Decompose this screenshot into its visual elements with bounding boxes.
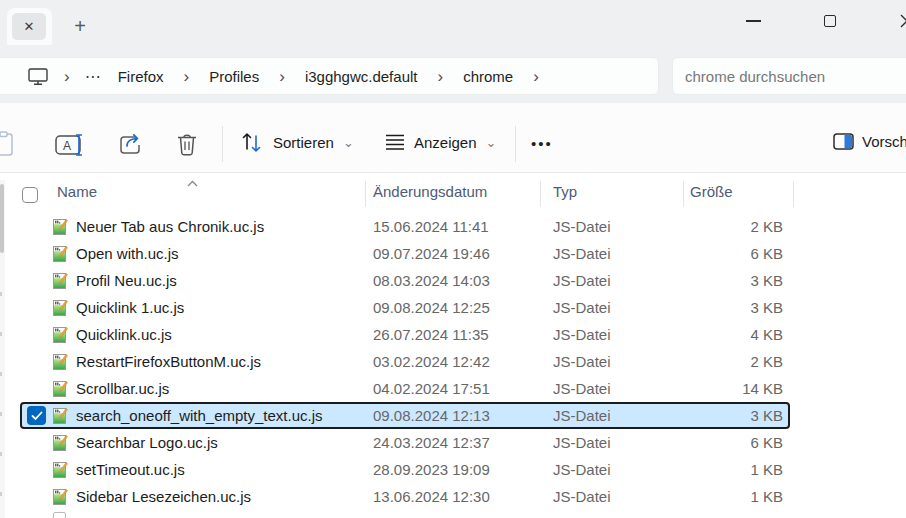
select-all-checkbox[interactable] bbox=[22, 187, 38, 203]
preview-toggle[interactable]: Vorschau bbox=[833, 133, 906, 150]
column-divider[interactable] bbox=[793, 181, 794, 207]
file-size-cell: 1 KB bbox=[750, 456, 783, 483]
breadcrumb-item[interactable]: Profiles bbox=[198, 68, 270, 85]
sort-arrows-icon bbox=[240, 130, 264, 155]
preview-label: Vorschau bbox=[862, 133, 906, 150]
cropped-nav-item bbox=[0, 492, 2, 496]
search-box[interactable] bbox=[672, 57, 906, 95]
file-row[interactable]: Profil Neu.uc.js 08.03.2024 14:03 JS-Dat… bbox=[0, 267, 906, 294]
file-type-cell: JS-Datei bbox=[553, 267, 611, 294]
file-row[interactable]: Scrollbar.uc.js 04.02.2024 17:51 JS-Date… bbox=[0, 375, 906, 402]
js-file-icon bbox=[52, 300, 68, 316]
chevron-down-icon: ⌄ bbox=[486, 135, 497, 150]
plus-icon: + bbox=[74, 15, 86, 38]
file-row[interactable]: Open with.uc.js 09.07.2024 19:46 JS-Date… bbox=[0, 240, 906, 267]
file-name-cell: Sidebar Lesezeichen.uc.js bbox=[52, 483, 251, 510]
delete-button[interactable] bbox=[175, 132, 199, 157]
explorer-tab[interactable]: ✕ bbox=[7, 8, 52, 45]
chevron-right-icon: › bbox=[428, 68, 452, 85]
file-list: Neuer Tab aus Chronik.uc.js 15.06.2024 1… bbox=[0, 213, 906, 510]
js-file-icon bbox=[52, 354, 68, 370]
file-size-cell: 1 KB bbox=[750, 483, 783, 510]
column-header-row: Name Änderungsdatum Typ Größe bbox=[0, 172, 906, 213]
file-date-cell: 09.08.2024 12:13 bbox=[373, 402, 490, 429]
cropped-nav-item bbox=[0, 412, 2, 416]
cropped-nav-item bbox=[0, 452, 2, 456]
file-row[interactable]: RestartFirefoxButtonM.uc.js 03.02.2024 1… bbox=[0, 348, 906, 375]
row-checkbox[interactable] bbox=[27, 406, 46, 425]
sort-button[interactable]: Sortieren ⌄ bbox=[240, 130, 354, 155]
file-type-cell: JS-Datei bbox=[553, 483, 611, 510]
svg-text:A: A bbox=[63, 139, 71, 153]
js-file-icon bbox=[52, 462, 68, 478]
breadcrumb-item[interactable]: chrome bbox=[452, 68, 524, 85]
new-tab-button[interactable]: + bbox=[66, 12, 94, 40]
file-name-cell: Quicklink.uc.js bbox=[52, 321, 172, 348]
file-date-cell: 13.06.2024 12:30 bbox=[373, 483, 490, 510]
column-divider[interactable] bbox=[365, 181, 366, 207]
file-date-cell: 04.02.2024 17:51 bbox=[373, 375, 490, 402]
scrollbar-thumb[interactable] bbox=[0, 184, 4, 253]
js-file-icon bbox=[52, 327, 68, 343]
this-pc-icon bbox=[27, 67, 49, 86]
file-name-cell: Quicklink 1.uc.js bbox=[52, 294, 184, 321]
sort-label: Sortieren bbox=[273, 134, 334, 151]
more-options-button[interactable]: ••• bbox=[531, 135, 553, 152]
js-file-icon bbox=[52, 246, 68, 262]
nav-pane-scrollbar[interactable] bbox=[0, 180, 5, 518]
file-row[interactable]: setTimeout.uc.js 28.09.2023 19:09 JS-Dat… bbox=[0, 456, 906, 483]
file-row[interactable]: search_oneoff_with_empty_text.uc.js 09.0… bbox=[0, 402, 906, 429]
file-size-cell: 14 KB bbox=[742, 375, 783, 402]
file-name-cell: Scrollbar.uc.js bbox=[52, 375, 169, 402]
maximize-button[interactable] bbox=[824, 15, 836, 27]
breadcrumb-item[interactable]: i3gghgwc.default bbox=[294, 68, 429, 85]
js-file-icon bbox=[52, 489, 68, 505]
view-button[interactable]: Anzeigen ⌄ bbox=[385, 132, 496, 152]
file-row[interactable]: Neuer Tab aus Chronik.uc.js 15.06.2024 1… bbox=[0, 213, 906, 240]
file-row[interactable]: Quicklink.uc.js 26.07.2024 11:35 JS-Date… bbox=[0, 321, 906, 348]
file-size-cell: 2 KB bbox=[750, 213, 783, 240]
file-name-cell: Profil Neu.uc.js bbox=[52, 267, 177, 294]
share-button[interactable] bbox=[118, 132, 145, 157]
file-row[interactable]: Searchbar Logo.uc.js 24.03.2024 12:37 JS… bbox=[0, 429, 906, 456]
breadcrumb-item[interactable]: Firefox bbox=[107, 68, 175, 85]
share-icon bbox=[118, 132, 145, 157]
file-row[interactable]: Sidebar Lesezeichen.uc.js 13.06.2024 12:… bbox=[0, 483, 906, 510]
js-file-icon bbox=[52, 408, 68, 424]
close-tab-button[interactable]: ✕ bbox=[12, 13, 46, 40]
file-name-cell: Searchbar Logo.uc.js bbox=[52, 429, 218, 456]
column-header-name[interactable]: Name bbox=[57, 183, 97, 200]
column-header-type[interactable]: Typ bbox=[553, 183, 577, 200]
command-bar: A Sortieren ⌄ Anzeigen ⌄ ••• Vorschau bbox=[0, 103, 906, 172]
js-file-icon bbox=[52, 219, 68, 235]
file-name-cell: Open with.uc.js bbox=[52, 240, 179, 267]
cropped-nav-item bbox=[0, 292, 2, 296]
column-header-size[interactable]: Größe bbox=[690, 183, 733, 200]
file-date-cell: 24.03.2024 12:37 bbox=[373, 429, 490, 456]
toolbar-divider bbox=[515, 126, 516, 162]
column-divider[interactable] bbox=[683, 181, 684, 207]
chevron-right-icon: › bbox=[524, 68, 548, 85]
file-name-cell: search_oneoff_with_empty_text.uc.js bbox=[52, 402, 323, 429]
file-size-cell: 6 KB bbox=[750, 429, 783, 456]
column-divider[interactable] bbox=[540, 181, 541, 207]
breadcrumb-item[interactable]: ⋯ bbox=[79, 67, 107, 86]
rename-button[interactable]: A bbox=[55, 134, 85, 156]
search-input[interactable] bbox=[673, 68, 893, 85]
file-row[interactable]: Quicklink 1.uc.js 09.08.2024 12:25 JS-Da… bbox=[0, 294, 906, 321]
close-window-icon bbox=[899, 13, 906, 29]
file-date-cell: 26.07.2024 11:35 bbox=[373, 321, 489, 348]
column-header-date[interactable]: Änderungsdatum bbox=[373, 183, 487, 200]
minimize-button[interactable] bbox=[746, 20, 761, 22]
view-label: Anzeigen bbox=[414, 134, 477, 151]
address-bar[interactable]: › ⋯Firefox›Profiles›i3gghgwc.default›chr… bbox=[0, 57, 659, 95]
js-file-icon bbox=[52, 381, 68, 397]
toolbar-divider bbox=[222, 126, 223, 162]
paste-button[interactable] bbox=[0, 131, 15, 157]
more-options-icon: ••• bbox=[531, 135, 553, 152]
close-window-button[interactable] bbox=[899, 13, 906, 29]
close-icon: ✕ bbox=[24, 19, 35, 34]
file-date-cell: 09.08.2024 12:25 bbox=[373, 294, 490, 321]
file-name-cell: RestartFirefoxButtonM.uc.js bbox=[52, 348, 261, 375]
trash-icon bbox=[175, 132, 199, 157]
